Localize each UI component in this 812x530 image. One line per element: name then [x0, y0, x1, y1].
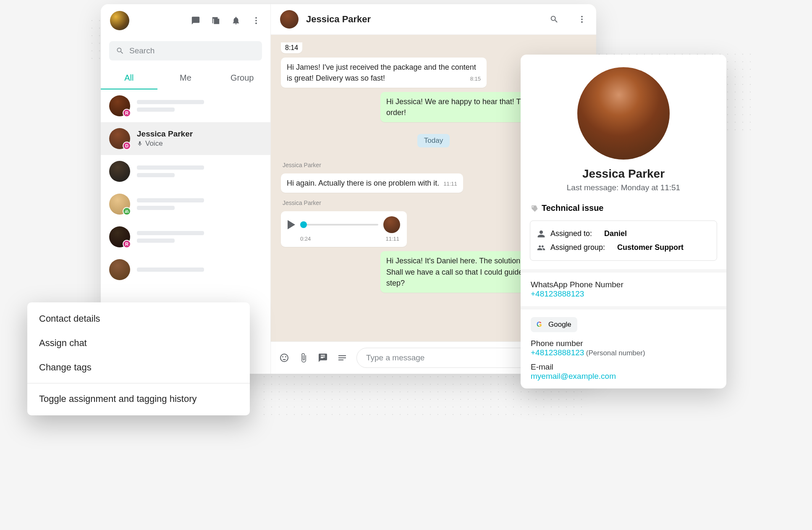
chat-item[interactable]: [101, 188, 270, 220]
search-icon: [116, 47, 124, 55]
context-menu: Contact details Assign chat Change tags …: [27, 302, 250, 415]
emoji-icon[interactable]: [279, 353, 289, 363]
message-time: 8:14: [285, 44, 298, 51]
assignee-badge: R: [123, 109, 131, 117]
assigned-to-row: Assigned to: Daniel: [537, 227, 710, 241]
google-block: Google Phone number +48123888123 (Person…: [521, 310, 726, 388]
chat-preview-skeleton: [137, 231, 204, 243]
tag-icon: [531, 205, 538, 212]
assignee-badge: D: [123, 142, 131, 150]
svg-point-2: [255, 23, 257, 24]
chat-name: Jessica Parker: [137, 129, 262, 139]
date-separator: Today: [417, 134, 450, 147]
tab-me[interactable]: Me: [157, 67, 214, 89]
phone-number[interactable]: +48123888123: [531, 348, 584, 357]
chat-subtitle: Voice: [137, 139, 262, 148]
contact-name: Jessica Parker: [529, 167, 718, 181]
person-icon: [537, 230, 545, 238]
chat-more-icon[interactable]: [577, 14, 587, 24]
whatsapp-block: WhatsApp Phone Number +48123888123: [521, 273, 726, 306]
svg-point-1: [255, 20, 257, 21]
message-time: 11:11: [443, 180, 457, 188]
chat-item[interactable]: [101, 155, 270, 188]
search-in-chat-icon[interactable]: [549, 14, 559, 24]
messages-icon[interactable]: [191, 16, 201, 26]
contact-avatar[interactable]: [280, 10, 299, 29]
assigned-to-value: Daniel: [604, 229, 627, 238]
svg-point-3: [581, 16, 583, 18]
voice-time: 11:11: [385, 236, 399, 242]
message-time: 8:15: [470, 75, 481, 83]
email-label: E-mail: [531, 362, 716, 372]
assigned-group-row: Assigned group: Customer Support: [537, 241, 710, 255]
menu-divider: [27, 383, 250, 383]
message-text: Hi James! I've just received the package…: [287, 63, 476, 82]
notes-icon[interactable]: [337, 353, 347, 363]
conversation-title: Jessica Parker: [306, 14, 371, 25]
svg-point-0: [255, 17, 257, 19]
template-icon[interactable]: [318, 353, 328, 363]
svg-point-5: [581, 21, 583, 23]
tag-text: Technical issue: [542, 203, 603, 213]
chat-preview-skeleton: [137, 100, 204, 112]
play-button[interactable]: [288, 220, 295, 229]
sidebar-header: [101, 4, 270, 37]
group-icon: [537, 244, 545, 252]
chat-item[interactable]: [101, 253, 270, 286]
contact-photo: [577, 67, 670, 160]
whatsapp-label: WhatsApp Phone Number: [531, 280, 716, 289]
avatar: [109, 259, 130, 280]
email-value[interactable]: myemail@example.com: [531, 372, 716, 381]
tab-group[interactable]: Group: [214, 67, 270, 89]
message-text: Hi again. Actually there is one problem …: [287, 179, 439, 187]
voice-track[interactable]: [300, 224, 378, 226]
tab-all[interactable]: All: [101, 67, 157, 89]
search-input[interactable]: Search: [109, 41, 262, 60]
contact-panel: Jessica Parker Last message: Monday at 1…: [521, 55, 726, 388]
menu-assign-chat[interactable]: Assign chat: [27, 331, 250, 355]
voice-playhead[interactable]: [300, 221, 307, 228]
chat-preview-skeleton: [137, 268, 204, 272]
contact-last-message: Last message: Monday at 11:51: [529, 183, 718, 192]
voice-avatar: [383, 216, 400, 233]
mic-icon: [137, 141, 143, 147]
whatsapp-number[interactable]: +48123888123: [531, 289, 716, 299]
bell-icon[interactable]: [231, 16, 241, 26]
tag-row: Technical issue: [521, 200, 726, 220]
my-avatar[interactable]: [110, 11, 129, 30]
search-placeholder: Search: [129, 46, 155, 55]
svg-point-4: [581, 18, 583, 20]
avatar: [109, 161, 130, 182]
attach-icon[interactable]: [299, 353, 309, 363]
chat-preview-skeleton: [137, 198, 204, 210]
phone-note: (Personal number): [586, 349, 645, 357]
menu-toggle-history[interactable]: Toggle assignment and tagging history: [27, 387, 250, 411]
conversation-header: Jessica Parker: [271, 4, 596, 35]
assignee-badge: R: [123, 240, 131, 248]
chat-item-selected[interactable]: D Jessica Parker Voice: [101, 122, 270, 155]
menu-change-tags[interactable]: Change tags: [27, 355, 250, 380]
phone-label: Phone number: [531, 339, 716, 348]
more-icon[interactable]: [251, 16, 261, 26]
group-badge: [123, 207, 131, 215]
chat-item[interactable]: R: [101, 220, 270, 253]
assigned-group-value: Customer Support: [617, 243, 684, 252]
sidebar-tabs: All Me Group: [101, 67, 270, 89]
assignment-box: Assigned to: Daniel Assigned group: Cust…: [530, 220, 717, 261]
chat-preview-skeleton: [137, 165, 204, 177]
menu-contact-details[interactable]: Contact details: [27, 307, 250, 331]
voice-duration: 0:24: [300, 236, 311, 242]
stack-icon[interactable]: [211, 16, 221, 26]
google-logo-icon: [537, 320, 545, 329]
contact-hero: Jessica Parker Last message: Monday at 1…: [521, 55, 726, 200]
chat-item[interactable]: R: [101, 89, 270, 122]
google-chip: Google: [531, 317, 577, 332]
